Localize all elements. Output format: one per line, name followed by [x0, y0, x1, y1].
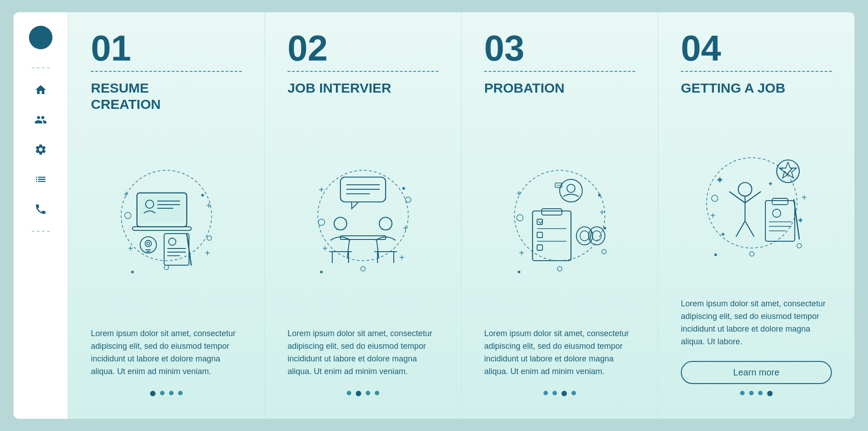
- card-3-number: 03: [484, 30, 635, 66]
- dot-1[interactable]: [347, 391, 351, 395]
- dot-3[interactable]: [169, 391, 174, 395]
- svg-point-25: [131, 271, 134, 273]
- sidebar-divider-bottom: [32, 231, 50, 232]
- svg-text:+: +: [128, 244, 133, 253]
- svg-line-63: [538, 221, 541, 224]
- svg-rect-62: [537, 245, 542, 250]
- card-2-divider: [288, 71, 439, 72]
- svg-point-68: [580, 231, 589, 241]
- svg-text:+: +: [519, 248, 524, 258]
- svg-text:+: +: [322, 244, 328, 253]
- svg-point-47: [406, 197, 411, 202]
- dot-2[interactable]: [160, 391, 165, 395]
- card-4-divider: [681, 71, 832, 72]
- card-3-description: Lorem ipsum dolor sit amet, consectetur …: [484, 328, 635, 382]
- svg-rect-56: [533, 211, 571, 261]
- card-2: 02 JOB INTERVIER: [264, 12, 461, 419]
- card-2-number: 02: [288, 30, 439, 66]
- svg-point-73: [517, 215, 523, 221]
- dot-4[interactable]: [178, 391, 183, 395]
- settings-icon[interactable]: [33, 141, 49, 158]
- svg-rect-60: [537, 232, 542, 238]
- card-1-illustration: + + + +: [91, 122, 242, 319]
- dot-2[interactable]: [356, 391, 361, 396]
- svg-text:✦: ✦: [768, 180, 774, 187]
- svg-point-75: [557, 267, 562, 271]
- people-icon[interactable]: [33, 112, 49, 128]
- svg-point-21: [125, 212, 131, 219]
- svg-point-103: [750, 252, 754, 256]
- svg-point-53: [567, 184, 575, 192]
- svg-rect-2: [139, 195, 184, 223]
- svg-point-12: [169, 238, 176, 245]
- svg-text:+: +: [710, 211, 716, 220]
- svg-line-87: [745, 221, 754, 237]
- svg-point-82: [738, 183, 752, 196]
- main-container: 01 RESUMECREATION: [14, 12, 854, 419]
- card-1-dots: [91, 391, 242, 401]
- card-1: 01 RESUMECREATION: [68, 12, 264, 419]
- svg-line-85: [745, 192, 761, 203]
- sidebar-divider-top: [32, 67, 50, 68]
- svg-point-49: [402, 187, 405, 190]
- svg-point-22: [207, 236, 212, 240]
- dot-2[interactable]: [552, 391, 557, 395]
- svg-point-77: [518, 271, 520, 273]
- svg-point-9: [145, 240, 151, 247]
- svg-point-48: [361, 267, 365, 271]
- dot-3[interactable]: [366, 391, 370, 395]
- card-2-dots: [288, 391, 439, 401]
- svg-line-67: [590, 231, 591, 240]
- dot-3[interactable]: [758, 391, 763, 395]
- card-4-title: GETTING A JOB: [681, 80, 832, 112]
- dot-1[interactable]: [543, 391, 548, 395]
- svg-text:+: +: [319, 185, 324, 195]
- card-1-number: 01: [91, 30, 242, 66]
- svg-text:✦: ✦: [720, 230, 726, 238]
- svg-point-78: [604, 227, 606, 230]
- dot-4[interactable]: [767, 391, 773, 396]
- card-4: 04 GETTING A JOB: [658, 12, 854, 419]
- cards-container: 01 RESUMECREATION: [68, 12, 854, 419]
- dot-4[interactable]: [375, 391, 379, 395]
- card-4-description: Lorem ipsum dolor sit amet, consectetur …: [681, 298, 832, 352]
- dot-4[interactable]: [571, 391, 576, 395]
- svg-text:+: +: [123, 189, 129, 199]
- card-2-illustration: + + + +: [288, 122, 439, 319]
- card-4-illustration: ✦ ✦ ✦ ✦ + +: [681, 122, 832, 289]
- svg-text:+: +: [403, 223, 408, 233]
- home-icon[interactable]: [33, 82, 49, 98]
- svg-rect-88: [765, 201, 795, 241]
- svg-text:+: +: [516, 188, 522, 198]
- list-icon[interactable]: [33, 171, 49, 187]
- svg-text:+: +: [399, 253, 405, 262]
- card-2-description: Lorem ipsum dolor sit amet, consectetur …: [288, 328, 439, 382]
- svg-rect-89: [772, 198, 788, 205]
- dot-1[interactable]: [150, 391, 156, 396]
- svg-text:+: +: [206, 201, 212, 211]
- learn-more-button[interactable]: Learn more: [681, 361, 832, 384]
- svg-text:+: +: [802, 192, 807, 202]
- svg-point-52: [560, 179, 582, 202]
- svg-rect-57: [542, 209, 562, 215]
- card-3-title: PROBATION: [484, 80, 635, 112]
- card-4-number: 04: [681, 30, 832, 66]
- dot-2[interactable]: [749, 391, 754, 395]
- dot-1[interactable]: [740, 391, 745, 395]
- dot-3[interactable]: [561, 391, 567, 396]
- card-2-title: JOB INTERVIER: [288, 80, 439, 112]
- svg-point-90: [773, 209, 781, 217]
- phone-icon[interactable]: [33, 201, 49, 217]
- card-3-divider: [484, 71, 635, 72]
- svg-point-50: [320, 271, 323, 273]
- card-3-illustration: + + +: [484, 122, 635, 319]
- card-1-divider: [91, 71, 242, 72]
- sidebar-logo[interactable]: [29, 26, 52, 49]
- svg-point-38: [379, 217, 392, 230]
- svg-rect-11: [164, 234, 189, 265]
- svg-point-102: [797, 244, 802, 248]
- card-1-title: RESUMECREATION: [91, 80, 242, 112]
- svg-point-10: [147, 242, 150, 245]
- svg-point-34: [334, 217, 347, 230]
- svg-text:✦: ✦: [797, 216, 804, 225]
